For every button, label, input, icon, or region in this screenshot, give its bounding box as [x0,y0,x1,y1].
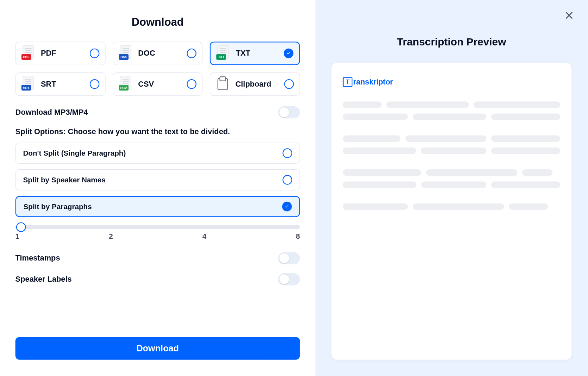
format-label: Clipboard [236,80,284,88]
slider-ticks: 1 2 4 8 [15,232,300,241]
download-button[interactable]: Download [15,337,300,359]
format-grid: PDF PDF Doc DOC TXT TXT SRT SRT CSV CSV … [15,42,300,96]
radio-unchecked [187,79,197,89]
format-csv[interactable]: CSV CSV [113,72,203,96]
split-option-speaker[interactable]: Split by Speaker Names [15,169,300,190]
format-label: CSV [138,80,187,88]
preview-title: Transcription Preview [331,36,571,48]
radio-unchecked [89,49,99,58]
speaker-labels-row: Speaker Labels [15,273,300,285]
format-label: PDF [41,49,90,58]
tick-4: 4 [202,232,206,241]
radio-unchecked [282,175,292,185]
preview-panel: Transcription Preview T ranskriptor [315,0,588,376]
close-icon[interactable] [564,11,574,20]
radio-unchecked [89,79,99,89]
split-heading: Split Options: Choose how you want the t… [15,127,300,136]
format-label: SRT [41,80,90,88]
radio-unchecked [187,49,197,58]
tick-1: 1 [15,232,19,241]
format-clipboard[interactable]: Clipboard [210,72,300,96]
brand-text: ranskriptor [353,77,393,86]
tick-2: 2 [109,232,113,241]
mp3-label: Download MP3/MP4 [15,108,88,117]
timestamps-label: Timestamps [15,254,60,263]
split-label: Split by Paragraphs [24,202,92,211]
csv-file-icon: CSV [119,76,132,92]
download-title: Download [15,16,300,29]
format-txt[interactable]: TXT TXT [210,42,300,65]
brand-t-icon: T [343,77,353,87]
format-pdf[interactable]: PDF PDF [15,42,106,65]
radio-checked [284,49,294,58]
txt-file-icon: TXT [217,45,230,62]
format-srt[interactable]: SRT SRT [15,72,106,96]
split-label: Split by Speaker Names [23,176,105,184]
radio-unchecked [282,148,292,158]
download-panel: Download PDF PDF Doc DOC TXT TXT SRT SRT… [0,0,315,376]
timestamps-toggle[interactable] [278,252,300,264]
timestamps-row: Timestamps [15,252,300,264]
srt-file-icon: SRT [21,76,35,92]
speaker-labels-label: Speaker Labels [15,275,72,284]
tick-8: 8 [296,232,300,241]
format-doc[interactable]: Doc DOC [113,42,203,65]
preview-document: T ranskriptor [331,63,571,360]
pdf-file-icon: PDF [21,45,35,62]
brand-logo: T ranskriptor [343,77,561,87]
paragraph-slider[interactable]: 1 2 4 8 [15,225,300,241]
radio-unchecked [284,79,294,89]
speaker-labels-toggle[interactable] [278,273,300,285]
format-label: DOC [138,49,187,58]
format-label: TXT [236,49,284,58]
radio-checked [282,202,292,212]
split-label: Don't Split (Single Paragraph) [23,149,126,157]
clipboard-icon [218,78,228,90]
split-option-dont-split[interactable]: Don't Split (Single Paragraph) [15,143,300,164]
mp3-toggle[interactable] [278,106,300,118]
doc-file-icon: Doc [119,45,132,62]
mp3-row: Download MP3/MP4 [15,106,300,118]
slider-thumb[interactable] [16,222,26,232]
split-option-paragraphs[interactable]: Split by Paragraphs [15,196,300,217]
